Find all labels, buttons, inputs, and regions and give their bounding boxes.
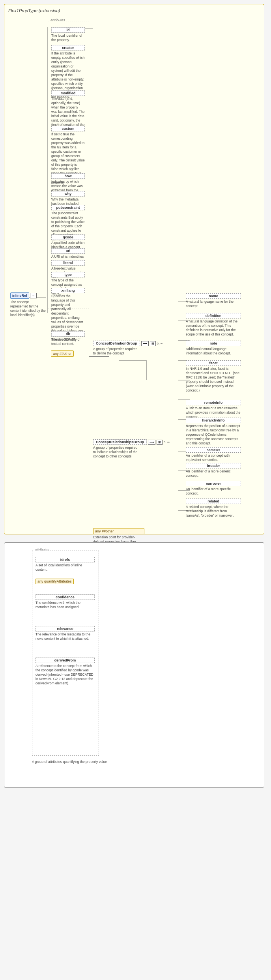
second-attr-relevance-name: relevance (36, 626, 95, 631)
attr-dir-desc: The directionality of textual content. (51, 337, 85, 346)
attr-type-name: type (51, 272, 85, 277)
attr-id-name: id (51, 27, 85, 33)
concept-relationships-group-container: ConceptRelationshipsGroup ⟶ ⊞ 0..∞ A gro… (93, 439, 170, 459)
right-related-desc: A related concept, where the relationshi… (186, 505, 241, 518)
second-attr-derived-from-desc: A reference to the concept from which th… (36, 664, 95, 686)
attr-modified-name: modified (51, 90, 85, 96)
right-broader-box: broader (186, 463, 241, 468)
attr-id-desc: The local identifier of the property. (51, 34, 85, 42)
right-definition-box: definition (186, 313, 241, 319)
second-attr-derived-from-name: derivedFrom (36, 658, 95, 663)
right-hierarchy-info: hierarchyInfo Represents the position of… (186, 418, 241, 446)
main-container: Flex1PropType (extension) (4, 4, 264, 534)
attr-uri-name: uri (51, 248, 85, 254)
right-broader: broader An identifier of a more generic … (186, 463, 241, 478)
second-attr-confidence-desc: The confidence with which the metadata h… (36, 601, 95, 609)
right-note-box: note (186, 341, 241, 346)
right-narrower-desc: An identifier of a more specific concept… (186, 487, 241, 496)
right-note: note Additional natural language informa… (186, 341, 241, 356)
second-attr-confidence-name: confidence (36, 594, 95, 600)
right-hierarchy-info-box: hierarchyInfo (186, 418, 241, 423)
second-attr-relevance: relevance The relevance of the metadata … (36, 626, 95, 641)
attr-pubconstraint-name: pubconstraint (51, 205, 85, 210)
right-facet-desc: In NAR 1.9 and later, facet is deprecate… (186, 367, 241, 393)
concept-relationships-group-box: ConceptRelationshipsGroup (93, 439, 147, 445)
cdg-connector1: ⟶ (141, 341, 149, 346)
attr-custom-name: custom (51, 126, 85, 131)
second-attr-idrefs-desc: A set of local identifiers of inline con… (36, 563, 95, 572)
concept-relationships-desc: A group of properties required to indica… (93, 446, 140, 459)
right-remote-info-box: remoteInfo (186, 400, 241, 405)
right-definition: definition A natural language definition… (186, 313, 241, 337)
main-title: Flex1PropType (extension) (8, 8, 260, 13)
right-hierarchy-info-desc: Represents the position of a concept in … (186, 424, 241, 446)
right-facet-box: facet (186, 360, 241, 366)
crg-connector1: ⟶ (148, 440, 155, 445)
inlineref-box: inlineRef (10, 292, 29, 299)
cdg-connector2: ⊞ (150, 341, 156, 346)
right-related-box: related (186, 498, 241, 504)
attr-how-name: how (51, 173, 85, 179)
right-facet: facet In NAR 1.9 and later, facet is dep… (186, 360, 241, 393)
crg-range: 0..∞ (164, 440, 170, 444)
concept-definition-group-container: ConceptDefinitionGroup ⟶ ⊞ 0..∞ A group … (93, 341, 163, 356)
right-same-as-desc: An identifier of a concept with equivale… (186, 453, 241, 462)
second-attr-idrefs: idrefs A set of local identifiers of inl… (36, 557, 95, 572)
second-attr-derived-from: derivedFrom A reference to the concept f… (36, 658, 95, 686)
attr-id: id The local identifier of the property. (51, 27, 85, 42)
right-same-as: sameAs An identifier of a concept with e… (186, 447, 241, 462)
second-container: attributes idrefs A set of local identif… (4, 542, 264, 788)
attr-creator-name: creator (51, 45, 85, 51)
right-name: name A natural language name for the con… (186, 293, 241, 308)
second-attr-confidence: confidence The confidence with which the… (36, 594, 95, 609)
attr-why: why Why the metadata has been included. (51, 191, 85, 206)
right-broader-desc: An identifier of a more generic concept. (186, 469, 241, 478)
right-name-box: name (186, 293, 241, 299)
cdg-range: 0..∞ (157, 342, 163, 345)
second-attr-quantify-name: any quantifyAttributes (36, 579, 74, 584)
right-related: related A related concept, where the rel… (186, 498, 241, 518)
second-attr-idrefs-name: idrefs (36, 557, 95, 562)
second-attr-quantify: any quantifyAttributes (36, 579, 74, 584)
concept-definition-group-box: ConceptDefinitionGroup (93, 341, 140, 346)
attr-dir: dir The directionality of textual conten… (51, 331, 85, 346)
any-other2-box: any ##other (93, 528, 144, 534)
group-bottom-desc: A group of attributes quantifying the pr… (32, 760, 107, 765)
diagram-area: attributes id The local identifier of th… (8, 17, 261, 530)
inline-ref-container: inlineRef → The concept represented by t… (10, 292, 46, 317)
right-narrower-box: narrower (186, 481, 241, 486)
attr-modified: modified The date (and, optionally, the … (51, 90, 85, 131)
attr-xmllang-name: xmllang (51, 288, 85, 293)
crg-connector2: ⊞ (157, 440, 163, 445)
second-diagram: attributes idrefs A set of local identif… (8, 547, 261, 783)
connector-h1 (89, 356, 109, 357)
right-remote-info: remoteInfo A link to an Item or a web re… (186, 400, 241, 419)
right-name-desc: A natural language name for the concept. (186, 300, 241, 308)
attributes-group: attributes id The local identifier of th… (48, 21, 89, 309)
any-other-box: any ##other (51, 350, 74, 357)
second-attr-relevance-desc: The relevance of the metadata to the new… (36, 632, 95, 641)
right-definition-desc: A natural language definition of the sem… (186, 319, 241, 337)
attr-literal-name: literal (51, 260, 85, 266)
right-narrower: narrower An identifier of a more specifi… (186, 481, 241, 496)
attributes-group-label: attributes (50, 18, 66, 22)
right-same-as-box: sameAs (186, 447, 241, 453)
second-attributes-label: attributes (34, 548, 50, 552)
second-attributes-group: attributes idrefs A set of local identif… (32, 551, 99, 756)
inlineref-arrow: → (30, 293, 37, 298)
right-note-desc: Additional natural language information … (186, 347, 241, 356)
inlineref-desc: The concept represented by the content i… (10, 300, 46, 317)
attr-qcode: qcode A qualified code which identifies … (51, 234, 85, 249)
concept-definition-desc: A group of properties required to define… (93, 347, 140, 356)
attr-why-name: why (51, 191, 85, 197)
attr-dir-name: dir (51, 331, 85, 337)
attr-qcode-name: qcode (51, 234, 85, 240)
